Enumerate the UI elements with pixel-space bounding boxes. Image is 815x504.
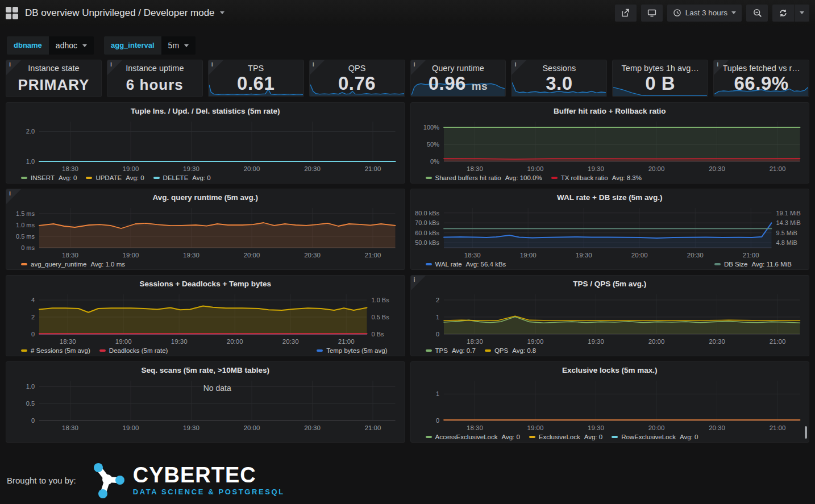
svg-text:2.0: 2.0	[26, 128, 35, 135]
panel-title[interactable]: Tuple Ins. / Upd. / Del. statistics (5m …	[6, 103, 405, 118]
stat-value: 0.61	[209, 73, 303, 94]
panel-info-icon[interactable]: i	[411, 276, 426, 290]
svg-text:19:00: 19:00	[123, 424, 139, 431]
panel-title[interactable]: Seq. scans (5m rate, >10MB tables)	[6, 362, 405, 377]
panel-title[interactable]: WAL rate + DB size (5m avg.)	[411, 189, 809, 205]
svg-text:2: 2	[31, 314, 35, 320]
panel-sessions-deadlocks-temp: Sessions + Deadlocks + Temp bytes0240 Bs…	[6, 275, 405, 356]
panel-tuple-stats: Tuple Ins. / Upd. / Del. statistics (5m …	[6, 102, 405, 184]
legend-label: avg_query_runtime	[31, 259, 86, 269]
panel-title[interactable]: Exclusive locks (5m max.)	[411, 362, 809, 377]
legend-label: ExclusiveLock	[539, 432, 580, 442]
panel-info-icon[interactable]: i	[714, 60, 729, 75]
stat-panel-tuples-fetched: iTuples fetched vs r…66.9%	[713, 60, 809, 97]
chart-legend: INSERTAvg: 0UPDATEAvg: 0DELETEAvg: 0	[6, 173, 405, 183]
svg-text:0: 0	[31, 331, 35, 338]
panel-info-icon[interactable]: i	[6, 60, 21, 75]
legend-item[interactable]: RowExclusiveLockAvg: 0	[612, 432, 698, 442]
chart-plot: 0%50%100%18:3019:0019:3020:0020:3021:00	[411, 118, 809, 173]
refresh-interval-dropdown[interactable]	[795, 5, 809, 22]
legend-item[interactable]: Deadlocks (5m rate)	[99, 345, 168, 356]
svg-text:19:30: 19:30	[588, 424, 604, 431]
grafana-menu-icon[interactable]	[6, 7, 18, 19]
legend-item[interactable]: UPDATEAvg: 0	[86, 173, 144, 183]
chart-legend: Shared buffers hit ratioAvg: 100.0%TX ro…	[411, 173, 809, 183]
svg-text:20:00: 20:00	[648, 424, 664, 431]
legend-avg: Avg: 0	[680, 432, 698, 442]
legend-avg: Avg: 1.0 ms	[90, 259, 125, 269]
panel-title[interactable]: Sessions + Deadlocks + Temp bytes	[6, 276, 405, 291]
legend-swatch	[426, 263, 432, 265]
svg-text:20:30: 20:30	[282, 338, 299, 345]
svg-text:21:00: 21:00	[769, 424, 785, 431]
legend-label: QPS	[494, 345, 508, 356]
svg-text:20:30: 20:30	[687, 252, 703, 259]
variable-agg-interval: agg_interval 5m	[104, 36, 196, 55]
legend-label: DELETE	[163, 173, 189, 183]
svg-text:50%: 50%	[426, 141, 439, 148]
svg-text:19:00: 19:00	[527, 165, 543, 172]
svg-text:19.1 MiB: 19.1 MiB	[776, 210, 800, 216]
svg-text:4.8 MiB: 4.8 MiB	[776, 239, 797, 246]
legend-scrollbar[interactable]	[805, 426, 807, 439]
legend-swatch	[426, 436, 432, 438]
legend-item[interactable]: DB SizeAvg: 11.6 MiB	[714, 259, 792, 269]
svg-text:18:30: 18:30	[62, 252, 78, 259]
legend-item[interactable]: Shared buffers hit ratioAvg: 100.0%	[426, 173, 542, 183]
stat-panel-qps: iQPS0.76	[309, 60, 405, 97]
panel-info-icon[interactable]: i	[209, 60, 223, 75]
panel-info-icon[interactable]: i	[512, 60, 526, 75]
legend-swatch	[317, 349, 323, 352]
stat-panel-sessions: iSessions3.0	[511, 60, 607, 97]
time-range-picker[interactable]: Last 3 hours	[667, 5, 742, 22]
panel-title[interactable]: TPS / QPS (5m avg.)	[411, 276, 809, 291]
stat-title: Temp bytes 1h avg…	[613, 60, 708, 73]
legend-item[interactable]: Temp bytes (5m avg)	[317, 345, 387, 356]
legend-item[interactable]: AccessExclusiveLockAvg: 0	[426, 432, 520, 442]
variable-value-dropdown[interactable]: 5m	[161, 36, 196, 55]
zoom-out-button[interactable]	[746, 5, 768, 22]
legend-item[interactable]: DELETEAvg: 0	[153, 173, 211, 183]
chart-plot: 0240 Bs0.5 Bs1.0 Bs18:3019:0019:3020:002…	[6, 291, 405, 345]
panel-title[interactable]: Avg. query runtime (5m avg.)	[6, 189, 405, 205]
tv-mode-button[interactable]	[641, 5, 663, 22]
panel-info-icon[interactable]: i	[411, 60, 426, 75]
legend-item[interactable]: QPSAvg: 0.8	[485, 345, 536, 356]
panel-info-icon[interactable]: i	[107, 60, 122, 75]
legend-item[interactable]: ExclusiveLockAvg: 0	[529, 432, 602, 442]
svg-text:No data: No data	[203, 384, 231, 393]
stat-value: 3.0	[512, 73, 606, 94]
panel-title[interactable]: Buffer hit ratio + Rollback ratio	[411, 103, 809, 118]
cybertec-logo[interactable]: CYBERTEC DATA SCIENCE & POSTGRESQL	[89, 462, 285, 498]
legend-item[interactable]: TX rollback ratioAvg: 8.3%	[551, 173, 642, 183]
panel-info-icon[interactable]: i	[310, 60, 325, 75]
legend-item[interactable]: avg_query_runtimeAvg: 1.0 ms	[21, 259, 125, 269]
legend-item[interactable]: TPSAvg: 0.7	[426, 345, 476, 356]
svg-text:20:00: 20:00	[648, 165, 664, 172]
variable-value-dropdown[interactable]: adhoc	[49, 36, 94, 55]
legend-avg: Avg: 56.4 kBs	[466, 259, 506, 269]
legend-item[interactable]: ShareRowExclusiveLockAvg: 0	[426, 442, 530, 443]
legend-item[interactable]: WAL rateAvg: 56.4 kBs	[426, 259, 506, 269]
dashboard-title-dropdown[interactable]: DB overview Unprivileged / Developer mod…	[25, 7, 224, 19]
legend-item[interactable]: # Sessions (5m avg)	[21, 345, 90, 356]
panel-info-icon[interactable]: i	[6, 189, 21, 204]
grid-square	[6, 7, 11, 13]
svg-text:18:30: 18:30	[467, 165, 483, 172]
legend-item[interactable]: INSERTAvg: 0	[21, 173, 77, 183]
svg-text:20:00: 20:00	[631, 252, 647, 259]
svg-text:21:00: 21:00	[365, 252, 381, 259]
chart-plot: 0 ms0.5 ms1.0 ms1.5 ms18:3019:0019:3020:…	[6, 205, 405, 259]
stat-value: 0.96 ms	[411, 73, 506, 94]
legend-swatch	[21, 263, 27, 265]
clock-icon	[673, 9, 681, 17]
refresh-button[interactable]	[772, 5, 794, 22]
svg-text:20:00: 20:00	[244, 165, 260, 172]
legend-item[interactable]: ShareUpdateExclusiveLockAvg: 0	[538, 442, 650, 443]
share-button[interactable]	[615, 5, 637, 22]
svg-text:0 Bs: 0 Bs	[372, 331, 385, 338]
svg-text:0 ms: 0 ms	[21, 244, 35, 251]
chart-legend: # Sessions (5m avg)Deadlocks (5m rate)Te…	[6, 345, 405, 356]
chevron-down-icon	[731, 11, 736, 14]
svg-text:19:00: 19:00	[527, 424, 543, 431]
